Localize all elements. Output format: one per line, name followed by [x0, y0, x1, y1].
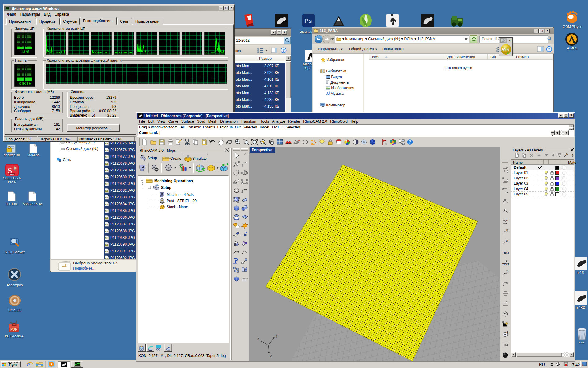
svg-text:JPG: JPG — [106, 217, 109, 219]
svg-text:R: R — [506, 229, 508, 232]
svg-text:JPG: JPG — [106, 244, 109, 246]
svg-text:JPG: JPG — [106, 190, 109, 192]
svg-text:JPG: JPG — [106, 231, 109, 232]
svg-text:Ps: Ps — [304, 17, 312, 24]
svg-text:JPG: JPG — [106, 183, 109, 185]
svg-text:?: ? — [283, 48, 285, 52]
svg-text:?: ? — [409, 140, 411, 144]
svg-text:TEXT: TEXT — [502, 263, 509, 266]
svg-text:JPG: JPG — [106, 163, 109, 165]
svg-text:JPG: JPG — [106, 237, 109, 239]
svg-text:JPG: JPG — [106, 204, 109, 205]
svg-text:JPG: JPG — [106, 251, 109, 252]
svg-text:y: y — [276, 333, 278, 338]
svg-text:?: ? — [548, 47, 550, 51]
svg-text:x3: x3 — [506, 51, 510, 55]
svg-text:PRO: PRO — [10, 174, 14, 175]
svg-text:Ø: Ø — [506, 239, 508, 242]
svg-text:e: e — [27, 361, 30, 368]
svg-text:JPG: JPG — [106, 258, 109, 259]
svg-text:JPG: JPG — [106, 177, 109, 178]
svg-text:[2]: [2] — [506, 270, 508, 273]
svg-text:3,68 ГБ: 3,68 ГБ — [19, 82, 31, 86]
svg-text:45: 45 — [506, 219, 508, 221]
svg-text:JPG: JPG — [106, 156, 109, 158]
svg-text:JPG: JPG — [106, 150, 109, 151]
svg-text:x: x — [257, 336, 260, 341]
svg-text:?: ? — [571, 154, 574, 158]
svg-text:JPG: JPG — [106, 224, 109, 225]
svg-text:JPG: JPG — [106, 197, 109, 198]
svg-text:z: z — [270, 354, 272, 358]
svg-text:JPG: JPG — [106, 143, 109, 144]
svg-text:JPG: JPG — [106, 210, 109, 212]
svg-text:TEXT: TEXT — [502, 251, 509, 254]
svg-text:JPG: JPG — [106, 170, 109, 171]
svg-text:13 %: 13 % — [21, 50, 30, 54]
svg-text:PDF: PDF — [10, 328, 17, 331]
